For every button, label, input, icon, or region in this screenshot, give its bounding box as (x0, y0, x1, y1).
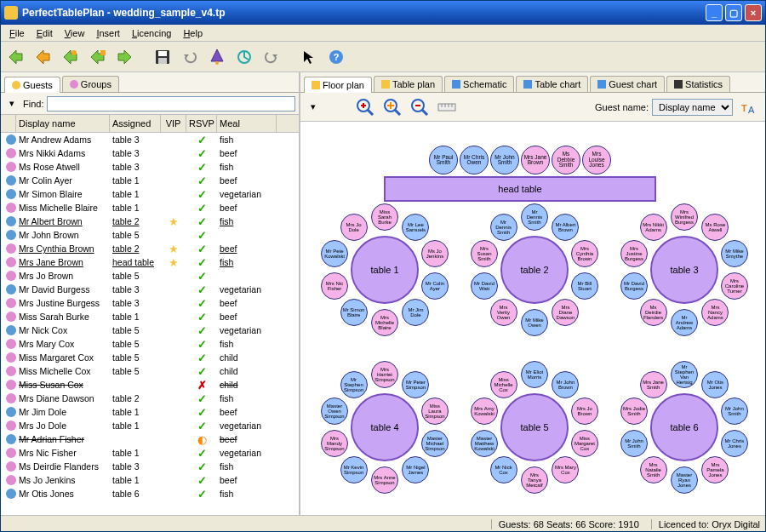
seat[interactable]: Mr Lee Samuels (402, 214, 429, 241)
seat[interactable]: Mr Nigel James (402, 456, 429, 483)
round-table[interactable]: table 5Mr Eliot MorrisMr John BrownMrs J… (463, 356, 606, 499)
seat[interactable]: Mr Colin Ayer (421, 272, 449, 300)
add-group-button[interactable] (86, 45, 110, 69)
seat[interactable]: Mrs Pamela Jones (701, 456, 729, 483)
help-button[interactable]: ? (324, 45, 348, 69)
guest-row[interactable]: Mrs Nic Fishertable 1✓vegetarian (1, 446, 299, 460)
find-input[interactable] (47, 96, 295, 112)
seat[interactable]: Mr Dennis Smith (521, 203, 548, 231)
seat[interactable]: Mrs Susan Smith (471, 240, 498, 267)
guest-row[interactable]: Mr Albert Browntable 2★✓fish (1, 215, 299, 228)
undo-button[interactable] (178, 45, 202, 69)
round-table[interactable]: table 1Miss Sarah BurkeMr Lee SamuelsMs … (313, 198, 456, 341)
pointer-tool[interactable] (297, 45, 321, 69)
seat[interactable]: Mr Eliot Morris (521, 361, 548, 388)
seat[interactable]: Ms Debbie Smith (552, 146, 580, 174)
add-table-button[interactable] (205, 45, 229, 69)
redo-button[interactable] (260, 45, 283, 69)
seat[interactable]: Mr John Smith (490, 146, 519, 174)
seat[interactable]: Mrs Harriet Simpson (371, 361, 398, 388)
seat[interactable]: Mrs Justine Burgess (620, 240, 648, 267)
seat[interactable]: Mrs Amy Kowalski (471, 398, 498, 425)
guest-row[interactable]: Mr Nick Coxtable 5✓vegetarian (1, 323, 299, 337)
round-table[interactable]: table 3Mrs Winifred BurgessMs Rose Atwel… (613, 198, 756, 341)
round-table[interactable]: table 4Mrs Harriet SimpsonMr Peter Simps… (313, 356, 456, 499)
seat[interactable]: Mr Pete Kowalski (321, 240, 348, 267)
seat[interactable]: Mrs Mandy Simpson (321, 430, 348, 457)
add-pair-button[interactable] (31, 45, 55, 69)
zoom-out-button[interactable] (408, 95, 432, 119)
seat[interactable]: Master Ryan Jones (671, 466, 698, 494)
seat[interactable]: Mr Simon Blaire (340, 299, 368, 326)
seat[interactable]: Mrs Natalie Smith (640, 456, 667, 483)
seat[interactable]: Mr Nick Cox (490, 456, 517, 483)
menu-licencing[interactable]: Licencing (127, 26, 176, 40)
menu-edit[interactable]: Edit (31, 26, 58, 40)
zoom-in-button[interactable] (353, 95, 377, 119)
seat[interactable]: Mr Chris Jones (721, 430, 748, 457)
col-name[interactable]: Display name (16, 115, 110, 132)
seat[interactable]: Mrs Jo Dole (340, 214, 368, 241)
guest-row[interactable]: Miss Margaret Coxtable 5✓child (1, 351, 299, 364)
guest-row[interactable]: Miss Michelle Coxtable 5✓child (1, 364, 299, 378)
seat[interactable]: Mr Otis Jones (701, 371, 729, 398)
ruler-button[interactable] (435, 95, 459, 119)
seat[interactable]: Mr Kevin Simpson (340, 456, 368, 483)
seat[interactable]: Ms Rose Atwell (701, 214, 729, 241)
collapse-icon[interactable]: ▾ (4, 96, 20, 112)
head-table[interactable]: Mr Paul SmithMr Chris OwenMr John SmithM… (384, 146, 656, 202)
menu-help[interactable]: Help (178, 26, 208, 40)
guest-row[interactable]: Ms Deirdie Flanderstable 3✓fish (1, 460, 299, 473)
save-button[interactable] (151, 45, 174, 69)
seat[interactable]: Mrs Diane Dawson (552, 299, 579, 326)
close-button[interactable]: × (745, 4, 762, 21)
guestname-select[interactable]: Display name (652, 99, 733, 116)
col-vip[interactable]: VIP (161, 115, 186, 132)
col-meal[interactable]: Meal (217, 115, 277, 132)
seat[interactable]: Mr John Smith (620, 430, 648, 457)
text-style-button[interactable]: TA (736, 95, 760, 119)
seat[interactable]: Mr Stephen Simpson (340, 371, 368, 398)
seat[interactable]: Mrs Louise Jones (582, 146, 611, 174)
add-family-button[interactable] (59, 45, 83, 69)
guest-row[interactable]: Mrs Jo Browntable 5✓ (1, 269, 299, 283)
seat[interactable]: Mrs Jane Smith (640, 371, 667, 398)
tab-guests[interactable]: Guests (4, 77, 60, 93)
menu-insert[interactable]: Insert (91, 26, 125, 40)
guest-row[interactable]: Miss Susan Cox✗child (1, 378, 299, 392)
guest-row[interactable]: Mrs Justine Burgesstable 3✓beef (1, 296, 299, 310)
seat[interactable]: Mr David Watt (471, 272, 498, 300)
guest-row[interactable]: Ms Rose Atwelltable 3✓fish (1, 160, 299, 174)
seat[interactable]: Mrs Tanya Metcalf (521, 466, 548, 494)
seat[interactable]: Mr Jim Dole (402, 299, 429, 326)
auto-assign-button[interactable] (232, 45, 256, 69)
seat[interactable]: Mrs Anne Simpson (371, 466, 398, 494)
round-table[interactable]: table 2Mr Dennis SmithMr Albert BrownMrs… (463, 198, 606, 341)
seat[interactable]: Mrs Nic Fisher (321, 272, 348, 300)
guest-row[interactable]: Mr Jim Doletable 1✓beef (1, 405, 299, 419)
seat[interactable]: Mr John Smith (721, 398, 748, 425)
seat[interactable]: Mrs Jane Brown (521, 146, 550, 174)
seat[interactable]: Mrs Nancy Adams (701, 299, 729, 326)
seat[interactable]: Ms Deirdie Flanders (640, 299, 667, 326)
guest-row[interactable]: Mr Colin Ayertable 1✓beef (1, 174, 299, 187)
seat[interactable]: Miss Michelle Cox (490, 371, 517, 398)
tab-table-chart[interactable]: Table chart (516, 76, 588, 92)
seat[interactable]: Mrs Nikki Adams (640, 214, 667, 241)
tab-guest-chart[interactable]: Guest chart (590, 76, 665, 92)
menu-file[interactable]: File (4, 26, 30, 40)
seat[interactable]: Mr John Brown (552, 371, 579, 398)
seat[interactable]: Mrs Caroline Turner (721, 272, 748, 300)
menu-view[interactable]: View (60, 26, 90, 40)
guest-row[interactable]: Mrs Diane Dawsontable 2✓fish (1, 392, 299, 405)
floor-plan-canvas[interactable]: Mr Paul SmithMr Chris OwenMr John SmithM… (300, 122, 765, 515)
seat[interactable]: Master Matthew Kowalski (471, 430, 498, 457)
import-button[interactable] (113, 45, 137, 69)
seat[interactable]: Master Michael Simpson (421, 430, 449, 457)
guest-row[interactable]: Miss Sarah Burketable 1✓beef (1, 310, 299, 323)
tab-schematic[interactable]: Schematic (444, 76, 514, 92)
seat[interactable]: Miss Laura Simpson (421, 398, 449, 425)
seat[interactable]: Mr David Burgess (620, 272, 648, 300)
seat[interactable]: Mr Chris Owen (460, 146, 489, 174)
zoom-fit-button[interactable] (380, 95, 404, 119)
